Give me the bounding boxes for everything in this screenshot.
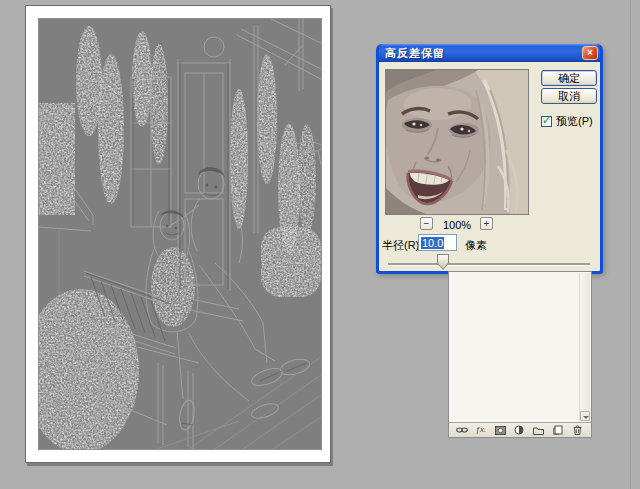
workspace-edge-divider: [630, 0, 631, 489]
trash-icon: [573, 425, 582, 435]
radius-unit-label: 像素: [465, 238, 487, 253]
link-icon: [456, 426, 468, 434]
palette-button-bar: ƒx.: [449, 422, 591, 437]
layer-style-icon: ƒx.: [475, 425, 486, 435]
folder-icon: [533, 426, 544, 435]
preview-checkbox[interactable]: ✓ 预览(P): [541, 114, 593, 129]
layer-mask-button[interactable]: [494, 425, 507, 436]
high-pass-filtered-image: [38, 18, 322, 450]
new-layer-button[interactable]: [552, 425, 565, 436]
zoom-out-button[interactable]: −: [420, 217, 433, 230]
dialog-title: 高反差保留: [379, 44, 445, 62]
layers-palette: ƒx.: [448, 271, 592, 438]
radius-slider-thumb[interactable]: [437, 254, 449, 270]
layer-mask-icon: [495, 426, 506, 435]
delete-layer-button[interactable]: [571, 425, 584, 436]
zoom-level: 100%: [435, 219, 479, 231]
ok-button[interactable]: 确定: [541, 70, 597, 86]
dialog-titlebar[interactable]: 高反差保留 ×: [379, 44, 600, 62]
layer-group-button[interactable]: [532, 425, 545, 436]
filter-preview-thumbnail[interactable]: [385, 69, 529, 215]
high-pass-dialog: 高反差保留 ×: [376, 44, 603, 274]
zoom-in-button[interactable]: +: [480, 217, 493, 230]
adjustment-layer-button[interactable]: [513, 425, 526, 436]
adjustment-layer-icon: [514, 425, 524, 435]
radius-slider-track[interactable]: [388, 263, 590, 265]
preview-checkbox-label: 预览(P): [556, 114, 593, 129]
new-layer-icon: [553, 425, 563, 435]
radius-value-selected: 10.0: [421, 237, 444, 249]
radius-input[interactable]: 10.0: [418, 234, 457, 251]
radius-label: 半径(R):: [382, 238, 422, 253]
layer-style-button[interactable]: ƒx.: [474, 425, 487, 436]
link-layers-button[interactable]: [455, 425, 468, 436]
dialog-body: 确定 取消 ✓ 预览(P) − 100% + 半径(R): 10.0 像素: [379, 62, 600, 271]
checkmark-icon: ✓: [542, 114, 551, 127]
scroll-down-button[interactable]: [580, 411, 590, 421]
checkbox-box[interactable]: ✓: [541, 116, 552, 127]
close-icon[interactable]: ×: [582, 46, 598, 60]
cancel-button[interactable]: 取消: [541, 88, 597, 104]
palette-scrollbar[interactable]: [579, 273, 590, 421]
scroll-down-icon: [583, 416, 589, 419]
document-canvas-page: [25, 5, 331, 463]
